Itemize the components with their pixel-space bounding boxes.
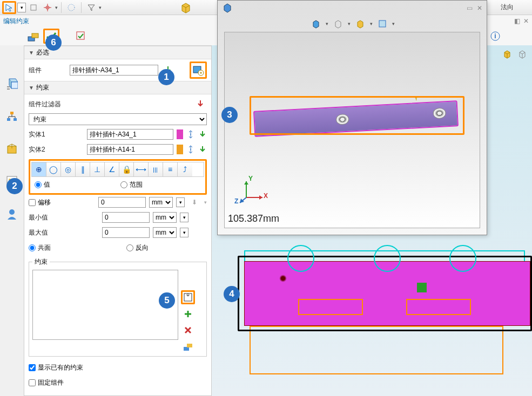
view-mode-label: 法向 (501, 3, 530, 12)
concentric-icon[interactable]: ◎ (61, 162, 76, 176)
equal-icon[interactable]: ≡ (163, 162, 178, 176)
coplane-radio[interactable]: 共面 (29, 243, 51, 252)
toolbar-btn-1[interactable] (27, 1, 40, 14)
preview-status-text: 105.387mm (228, 213, 279, 224)
svg-rect-5 (77, 32, 84, 39)
tangent-icon[interactable]: ◯ (46, 162, 61, 176)
left-icon-strip (0, 45, 24, 396)
add-icon[interactable] (181, 308, 194, 320)
offset-input[interactable] (98, 197, 146, 208)
orient-icon[interactable]: ⤴ (178, 162, 192, 176)
callout-3: 3 (221, 107, 238, 123)
pin-icon[interactable]: ◧ (514, 17, 520, 25)
min-stepper[interactable]: ▾ (180, 213, 188, 222)
constraint-list[interactable] (32, 270, 178, 340)
constraint-filter-dropdown[interactable]: 约束 (29, 113, 207, 125)
shade-trans-icon[interactable] (376, 17, 389, 30)
body2-input[interactable] (87, 144, 173, 155)
max-stepper[interactable]: ▾ (180, 228, 188, 237)
org-chart-icon[interactable] (5, 110, 18, 123)
fix-component-check[interactable]: 固定组件 (29, 378, 64, 387)
preview-window: ▭ ✕ ▾ ▾ ▾ ▾ Y X Y Z 105.387mm (217, 0, 487, 235)
shade-wire-icon[interactable] (332, 17, 345, 30)
preview-close-icon[interactable]: ✕ (477, 4, 482, 12)
angle-icon[interactable]: ∠ (105, 162, 119, 176)
body1-label: 实体1 (29, 130, 66, 139)
offset-check[interactable]: 偏移 (29, 198, 51, 207)
component-input[interactable] (70, 65, 158, 76)
lock-icon[interactable]: 🔒 (119, 162, 134, 176)
constraint-type-group: ⊕ ◯ ◎ ∥ ⊥ ∠ 🔒 ⟷ ⫼ ≡ ⤴ 值 范围 (29, 159, 207, 195)
body1-input[interactable] (87, 129, 173, 140)
range-radio[interactable]: 范围 (120, 180, 143, 189)
body1-pick-icon[interactable] (198, 128, 207, 141)
filter-icon[interactable] (85, 1, 98, 14)
preview-titlebar[interactable]: ▭ ✕ (218, 1, 487, 16)
shade-solid-icon[interactable] (309, 17, 322, 30)
box-icon[interactable] (5, 142, 18, 155)
toolbar-cube-icon[interactable] (179, 1, 192, 14)
min-unit[interactable]: mm (153, 212, 177, 223)
constraint-list-legend: 约束 (32, 257, 50, 267)
value-radio[interactable]: 值 (35, 180, 50, 189)
cube-wire-icon[interactable] (516, 47, 529, 60)
max-unit[interactable]: mm (153, 227, 177, 238)
filter-pick-icon[interactable] (194, 98, 207, 111)
perpendicular-icon[interactable]: ⊥ (90, 162, 105, 176)
highlight-component-button[interactable] (190, 62, 207, 79)
apply-constraint-icon[interactable] (181, 340, 194, 353)
cube-tree-icon[interactable] (5, 78, 18, 91)
distance-icon[interactable]: ⟷ (134, 162, 149, 176)
cube-solid-icon[interactable] (501, 47, 514, 60)
info-icon[interactable]: i (489, 30, 502, 43)
callout-5: 5 (159, 292, 175, 309)
coincident-icon[interactable]: ⊕ (32, 162, 46, 176)
svg-rect-8 (11, 82, 18, 88)
callout-2: 2 (6, 178, 23, 194)
svg-rect-9 (10, 112, 14, 114)
section-constraint-header[interactable]: ▼ 约束 (24, 81, 211, 94)
spring-icon (374, 245, 401, 272)
shade-hidden-icon[interactable] (354, 17, 367, 30)
reverse-radio[interactable]: 反向 (126, 243, 149, 252)
body2-pick-icon[interactable] (198, 143, 207, 156)
preview-min-icon[interactable]: ▭ (467, 4, 473, 12)
preview-canvas[interactable]: Y X Y Z 105.387mm (224, 32, 480, 228)
viewport-mini-toolbar (501, 47, 529, 60)
wireframe-slot (406, 299, 471, 315)
offset-stepper[interactable]: ▾ (176, 197, 185, 207)
svg-rect-4 (32, 33, 38, 38)
body1-swap-icon[interactable] (186, 128, 195, 141)
body2-label: 实体2 (29, 145, 66, 154)
svg-rect-19 (184, 347, 189, 351)
highlight-frame-3 (250, 96, 464, 135)
crosshair-icon[interactable] (41, 1, 54, 14)
parallel-icon[interactable]: ∥ (76, 162, 90, 176)
close-icon[interactable]: ✕ (523, 17, 529, 25)
body2-color-chip (177, 145, 183, 154)
select-dropdown[interactable]: ▾ (17, 3, 26, 12)
max-input[interactable] (102, 227, 150, 238)
dotted-circle-icon[interactable] (65, 1, 78, 14)
constraint-type-icons: ⊕ ◯ ◎ ∥ ⊥ ∠ 🔒 ⟷ ⫼ ≡ ⤴ (31, 162, 204, 177)
callout-4: 4 (224, 286, 240, 302)
svg-point-15 (9, 209, 15, 215)
body2-swap-icon[interactable] (186, 143, 195, 156)
svg-rect-10 (7, 118, 10, 121)
show-existing-check[interactable]: 显示已有的约束 (29, 363, 83, 372)
green-marker (417, 283, 427, 292)
body1-color-chip (177, 129, 183, 139)
add-constraint-button[interactable] (181, 290, 195, 304)
select-tool-button[interactable] (2, 1, 16, 14)
offset-unit[interactable]: mm (149, 197, 173, 208)
assembly-icon[interactable] (26, 29, 41, 44)
offset-pick-icon[interactable]: ⬇ (188, 196, 201, 209)
svg-rect-0 (31, 5, 36, 10)
delete-icon[interactable] (181, 324, 194, 337)
component-label: 组件 (29, 66, 66, 75)
apply-button[interactable] (73, 29, 89, 44)
user-icon[interactable] (5, 207, 18, 220)
parallel2-icon[interactable]: ⫼ (149, 162, 163, 176)
spring-icon (449, 245, 476, 272)
min-input[interactable] (102, 212, 150, 223)
